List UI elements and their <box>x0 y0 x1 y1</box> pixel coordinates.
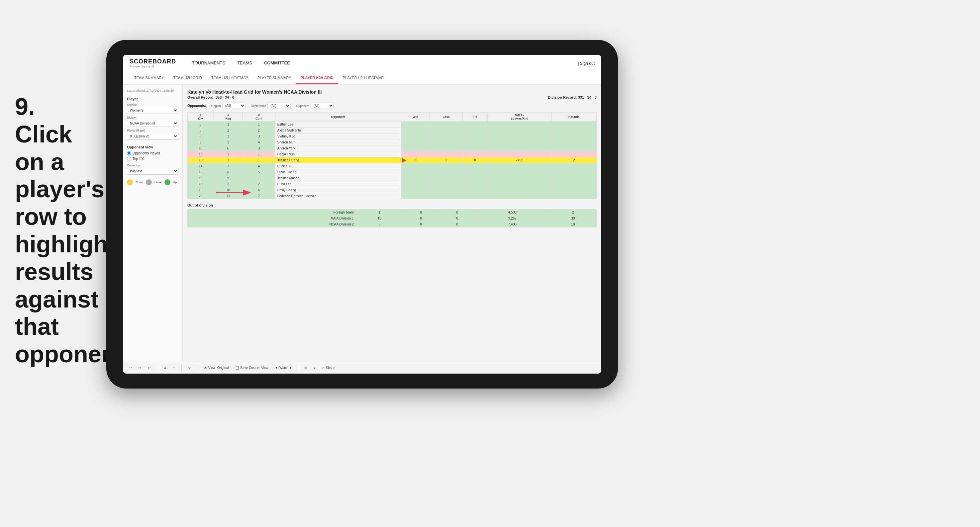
division-select[interactable]: NCAA Division III <box>127 120 178 127</box>
h2h-table: #Div #Reg #Conf Opponent Win Loss Tie Di… <box>187 112 597 199</box>
radio-opponents-played[interactable]: Opponents Played <box>127 151 178 156</box>
opponent-filter: Opponent (All) <box>296 103 334 109</box>
nav-item-tournaments[interactable]: TOURNAMENTS <box>186 55 231 72</box>
player-rank-select[interactable]: 8. Katelyn Vo <box>127 133 178 140</box>
settings-button[interactable]: ⚙ <box>162 365 168 370</box>
logo: SCOREBOARD Powered by clippd <box>130 59 176 68</box>
table-row[interactable]: NCAA Division 2 5 0 0 7.400 10 <box>188 222 597 227</box>
share-button[interactable]: ↗ Share <box>320 365 336 370</box>
grid-title: Katelyn Vo Head-to-Head Grid for Women's… <box>187 89 597 95</box>
tab-player-h2h-grid[interactable]: PLAYER H2H GRID <box>296 72 338 84</box>
table-row[interactable]: 16 9 1 Jessica Mason <box>188 175 597 181</box>
annotation-text: 9. Click on a player's row to highlight … <box>15 93 108 368</box>
label-level: Level <box>154 181 162 184</box>
color-up <box>164 179 170 185</box>
sub-nav: TEAM SUMMARY TEAM H2H GRID TEAM H2H HEAT… <box>123 72 601 85</box>
list-button[interactable]: ≡ <box>312 365 317 370</box>
last-updated: Last Updated: 27/03/2024 16:55:38 <box>127 89 178 93</box>
header-tie: Tie <box>463 113 487 122</box>
logo-title: SCOREBOARD <box>130 59 176 65</box>
toolbar-sep-3 <box>197 365 197 371</box>
tab-team-h2h-grid[interactable]: TEAM H2H GRID <box>169 72 207 84</box>
nav-item-committee[interactable]: COMMITTEE <box>258 55 296 72</box>
bottom-toolbar: ↩ ↪ ↩ ⚙ + ↻ 👁 View: Original 📋 Save Cust… <box>123 362 601 374</box>
header-diff: Diff AvStrokes/Rnd <box>488 113 552 122</box>
player-rank-label: Player (Rank) <box>127 129 178 132</box>
conference-label: Conference <box>251 104 266 108</box>
overall-record: Overall Record: 353 - 34 - 6 Division Re… <box>187 95 597 99</box>
color-down <box>127 179 133 185</box>
color-legend: Down Level Up <box>127 179 178 185</box>
header-div: #Div <box>188 113 214 122</box>
region-label: Region <box>211 104 221 108</box>
undo-button[interactable]: ↩ <box>127 365 134 370</box>
tab-player-summary[interactable]: PLAYER SUMMARY <box>253 72 296 84</box>
table-row[interactable]: 19 10 6 Emily Chang <box>188 187 597 193</box>
table-row[interactable]: 13 1 1 Heeju Hyun <box>188 151 597 157</box>
gender-select[interactable]: Women's <box>127 107 178 114</box>
refresh-button[interactable]: ↻ <box>186 365 192 370</box>
toolbar-sep-2 <box>181 365 182 371</box>
filters-row: Opponents: Region (All) Conference (All) <box>187 103 597 109</box>
conference-select[interactable]: (All) <box>267 103 291 109</box>
table-row[interactable]: Foreign Team 1 0 0 4.500 2 <box>188 210 597 216</box>
tablet-frame: SCOREBOARD Powered by clippd TOURNAMENTS… <box>106 40 618 389</box>
main-content: Last Updated: 27/03/2024 16:55:38 Player… <box>123 85 601 362</box>
header-reg: #Reg <box>213 113 242 122</box>
tab-team-summary[interactable]: TEAM SUMMARY <box>130 72 169 84</box>
player-section-title: Player <box>127 97 178 101</box>
row-arrow-indicator <box>402 158 406 163</box>
colour-by-select[interactable]: Win/loss <box>127 168 178 175</box>
color-level <box>146 179 152 185</box>
view-original-button[interactable]: 👁 View: Original <box>202 365 231 371</box>
data-panel: Katelyn Vo Head-to-Head Grid for Women's… <box>183 85 601 362</box>
nav-item-teams[interactable]: TEAMS <box>231 55 258 72</box>
table-row[interactable]: 6 1 3 Sydney Kuo <box>188 133 597 140</box>
toolbar-sep-1 <box>157 365 157 371</box>
colour-by-label: Colour by <box>127 164 178 167</box>
opponent-label: Opponent <box>296 104 309 108</box>
table-row[interactable]: 14 7 4 Eunice Yi <box>188 163 597 169</box>
conference-filter: Conference (All) <box>251 103 291 109</box>
toolbar-sep-4 <box>298 365 298 371</box>
tab-team-h2h-heatmap[interactable]: TEAM H2H HEATMAP <box>207 72 253 84</box>
tablet-screen: SCOREBOARD Powered by clippd TOURNAMENTS… <box>123 55 601 374</box>
table-row[interactable]: 20 11 7 Federica Domecq Lacroze <box>188 193 597 199</box>
division-label: Division <box>127 116 178 119</box>
watch-button[interactable]: 👁 Watch ▾ <box>274 365 293 370</box>
out-of-division-header: Out of division <box>187 203 597 207</box>
nav-bar: SCOREBOARD Powered by clippd TOURNAMENTS… <box>123 55 601 72</box>
table-row[interactable]: NAIA Division 1 15 0 0 9.267 30 <box>188 216 597 222</box>
save-custom-view-button[interactable]: 📋 Save Custom View <box>234 365 270 370</box>
opponent-select[interactable]: (All) <box>310 103 334 109</box>
table-row[interactable]: 9 1 4 Sharon Mun <box>188 140 597 146</box>
out-of-division-table: Foreign Team 1 0 0 4.500 2 NAIA Division… <box>187 209 597 227</box>
table-row[interactable]: 10 6 3 Andrea York <box>188 146 597 151</box>
header-loss: Loss <box>430 113 463 122</box>
region-filter: Region (All) <box>211 103 245 109</box>
layout-button[interactable]: ⊞ <box>303 365 309 370</box>
table-row[interactable]: 15 8 5 Stella Cheng <box>188 169 597 175</box>
redo-button[interactable]: ↪ <box>137 365 143 370</box>
header-rounds: Rounds <box>552 113 597 122</box>
header-win: Win <box>401 113 430 122</box>
header-opponent: Opponent <box>275 113 401 122</box>
sign-out-button[interactable]: | Sign out <box>578 61 595 66</box>
table-row[interactable]: 18 2 2 Euna Lee <box>188 181 597 187</box>
plus-button[interactable]: + <box>172 365 177 370</box>
region-select[interactable]: (All) <box>222 103 245 109</box>
step-back-button[interactable]: ↩ <box>146 365 152 370</box>
sidebar-panel: Last Updated: 27/03/2024 16:55:38 Player… <box>123 85 183 362</box>
table-row[interactable]: 5 2 2 Alexis Sudijanto <box>188 127 597 133</box>
header-conf: #Conf <box>243 113 275 122</box>
radio-top100[interactable]: Top 100 <box>127 157 178 161</box>
label-down: Down <box>135 181 143 184</box>
table-row-highlighted[interactable]: 13 1 1 Jessica Huang 0 1 0 -3.00 2 <box>188 157 597 163</box>
gender-label: Gender <box>127 103 178 106</box>
label-up: Up <box>173 181 177 184</box>
opponent-view-label: Opponent view <box>127 145 178 149</box>
opponents-label: Opponents: <box>187 104 206 108</box>
tab-player-h2h-heatmap[interactable]: PLAYER H2H HEATMAP <box>338 72 388 84</box>
nav-items: TOURNAMENTS TEAMS COMMITTEE <box>186 55 578 72</box>
table-row[interactable]: 3 1 1 Esther Lee <box>188 122 597 127</box>
